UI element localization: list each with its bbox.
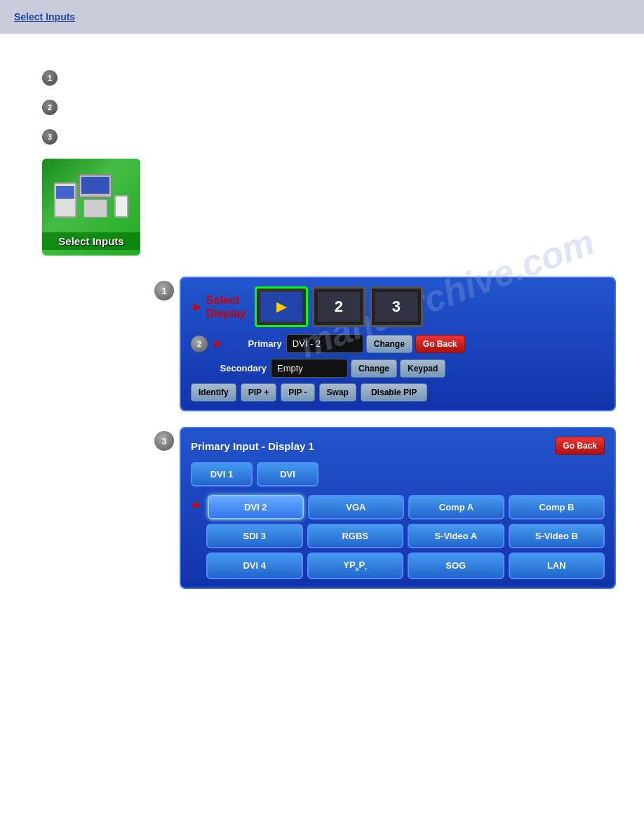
input-vga-button[interactable]: VGA xyxy=(308,495,404,519)
header-bar: Select Inputs xyxy=(0,0,644,34)
identify-button[interactable]: Identify xyxy=(191,383,236,402)
bullet-3-icon: 3 xyxy=(42,129,58,145)
arrow3-icon: ► xyxy=(191,498,203,512)
input-rgbs-button[interactable]: RGBS xyxy=(307,524,404,548)
primary-label: Primary xyxy=(232,338,282,349)
bullet-item-3: 3 xyxy=(42,128,616,145)
bullet-1-icon: 1 xyxy=(42,70,58,86)
panel2-title: Primary Input - Display 1 xyxy=(191,440,314,452)
input-ypbpr-button[interactable]: YPbPr xyxy=(307,552,404,579)
panel2-row3: SDI 3 RGBS S-Video A S-Video B xyxy=(206,524,605,548)
equipment-illustration xyxy=(42,164,140,227)
monitor-arrow-icon: ▶ xyxy=(276,299,286,315)
arrow1-icon: ► xyxy=(191,300,203,315)
select-inputs-image[interactable]: Select Inputs xyxy=(42,159,140,256)
select-inputs-label: Select Inputs xyxy=(42,232,140,250)
arrow2-icon: ► xyxy=(212,336,224,351)
display-3-label: 3 xyxy=(392,298,401,316)
bullet-item-1: 1 xyxy=(42,69,616,86)
input-dvi2-button[interactable]: DVI 2 xyxy=(208,495,304,519)
bullet-2-icon: 2 xyxy=(42,100,58,115)
panel-section: 1 ► SelectDisplay ▶ xyxy=(154,277,616,602)
input-compb-button[interactable]: Comp B xyxy=(509,495,605,519)
header-link[interactable]: Select Inputs xyxy=(14,11,75,22)
panel2-grid: DVI 2 VGA Comp A Comp B xyxy=(208,495,605,519)
disable-pip-button[interactable]: Disable PIP xyxy=(361,383,427,402)
secondary-value: Empty xyxy=(271,359,348,378)
keypad-button[interactable]: Keypad xyxy=(400,359,445,378)
display-buttons: ▶ 2 3 xyxy=(255,286,423,327)
panel2-blue: Primary Input - Display 1 Go Back DVI 1 … xyxy=(180,427,616,589)
secondary-change-button[interactable]: Change xyxy=(351,359,397,378)
select-display-row: ► SelectDisplay ▶ xyxy=(191,286,605,327)
step3-badge: 3 xyxy=(154,431,174,451)
display-screen-3: 3 xyxy=(375,292,417,322)
step2-badge-inline: 2 xyxy=(191,336,208,352)
input-lan-button[interactable]: LAN xyxy=(509,552,605,579)
display-btn-3[interactable]: 3 xyxy=(370,286,423,327)
bullet-section: 1 2 3 xyxy=(42,69,616,145)
input-dvi4-button[interactable]: DVI 4 xyxy=(206,552,303,579)
display-screen-1: ▶ xyxy=(260,292,302,322)
display-btn-1[interactable]: ▶ xyxy=(255,286,308,327)
panel1-blue: ► SelectDisplay ▶ xyxy=(180,277,616,411)
step1-badge: 1 xyxy=(154,281,174,300)
pip-plus-button[interactable]: PIP + xyxy=(241,383,276,402)
primary-value: DVI - 2 xyxy=(286,334,363,353)
panel2-title-row: Primary Input - Display 1 Go Back xyxy=(191,437,605,455)
primary-change-button[interactable]: Change xyxy=(366,335,412,353)
secondary-row: Secondary Empty Change Keypad xyxy=(191,359,605,378)
panel2-content: Primary Input - Display 1 Go Back DVI 1 … xyxy=(180,427,616,602)
display-screen-2: 2 xyxy=(318,292,360,322)
goback-button-2[interactable]: Go Back xyxy=(555,437,605,455)
goback-button-1[interactable]: Go Back xyxy=(415,335,465,353)
pip-minus-button[interactable]: PIP - xyxy=(281,383,314,402)
input-svideob-button[interactable]: S-Video B xyxy=(509,524,605,548)
display-btn-2[interactable]: 2 xyxy=(312,286,365,327)
bullet-item-2: 2 xyxy=(42,98,616,115)
action-buttons-row: Identify PIP + PIP - Swap Disable PIP xyxy=(191,383,605,402)
secondary-label: Secondary xyxy=(216,363,267,373)
input-compa-button[interactable]: Comp A xyxy=(408,495,504,519)
input-dvi1-button[interactable]: DVI 1 xyxy=(191,462,253,486)
primary-row: 2 ► Primary DVI - 2 Change Go Back xyxy=(191,334,605,353)
panel1-content: ► SelectDisplay ▶ xyxy=(180,277,616,424)
input-svideoa-button[interactable]: S-Video A xyxy=(408,524,504,548)
panel2-row4: DVI 4 YPbPr SOG LAN xyxy=(206,552,605,579)
input-sdi3-button[interactable]: SDI 3 xyxy=(206,524,303,548)
main-content: manuarchive.com 1 2 3 xyxy=(0,34,644,630)
input-dvi-button[interactable]: DVI xyxy=(257,462,318,486)
panel2-row1: DVI 1 DVI xyxy=(191,462,605,486)
select-display-label: SelectDisplay xyxy=(206,293,246,320)
panel2-row2: ► DVI 2 VGA Comp A Comp B xyxy=(191,491,605,519)
swap-button[interactable]: Swap xyxy=(319,383,356,402)
display-2-label: 2 xyxy=(335,298,343,316)
panel2-wrapper: 3 Primary Input - Display 1 Go Back DVI … xyxy=(154,427,616,602)
panel1-wrapper: 1 ► SelectDisplay ▶ xyxy=(154,277,616,424)
input-sog-button[interactable]: SOG xyxy=(408,552,504,579)
